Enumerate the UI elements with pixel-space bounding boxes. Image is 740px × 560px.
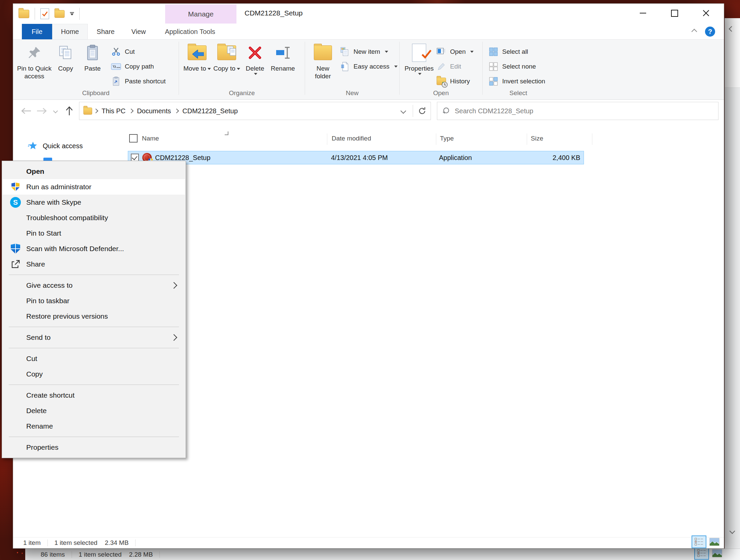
back-button[interactable] <box>18 103 34 119</box>
menu-item-delete[interactable]: Delete <box>3 403 185 418</box>
menu-item-cut-label: Cut <box>26 355 37 363</box>
bg-details-view-button[interactable] <box>694 547 709 560</box>
new-item-icon <box>339 46 350 57</box>
background-expand-ribbon-chevron-icon[interactable] <box>729 26 735 32</box>
delete-button[interactable]: Delete <box>242 40 268 75</box>
menu-item-scan-with-microsoft-defender[interactable]: Scan with Microsoft Defender... <box>3 241 185 256</box>
tab-home[interactable]: Home <box>52 24 88 39</box>
file-date-modified: 4/13/2021 4:05 PM <box>331 154 388 162</box>
qat-properties-button[interactable] <box>40 8 49 19</box>
forward-button[interactable] <box>34 103 49 119</box>
copy-button[interactable]: Copy <box>52 40 79 72</box>
menu-item-send-to[interactable]: Send to <box>3 330 185 345</box>
details-view-button[interactable] <box>692 535 706 548</box>
select-all-checkbox[interactable] <box>129 134 138 143</box>
menu-item-properties[interactable]: Properties <box>3 440 185 455</box>
search-box[interactable] <box>437 102 718 120</box>
breadcrumb-chevron-icon[interactable] <box>94 109 98 113</box>
status-bar: 1 item 1 item selected 2.34 MB <box>13 537 724 548</box>
divider <box>35 8 35 20</box>
menu-item-pin-to-start[interactable]: Pin to Start <box>3 226 185 241</box>
open-button[interactable]: Open <box>436 44 474 59</box>
column-divider[interactable] <box>436 133 436 145</box>
qat-new-folder-button[interactable] <box>54 10 65 18</box>
history-button[interactable]: History <box>436 74 474 89</box>
column-divider[interactable] <box>327 133 327 145</box>
search-input[interactable] <box>454 107 713 115</box>
ribbon-group-organize: Move to Copy to Delete <box>179 40 305 99</box>
up-button[interactable] <box>62 103 77 119</box>
maximize-button[interactable] <box>665 6 684 21</box>
recent-locations-dropdown[interactable] <box>49 103 62 119</box>
menu-item-give-access-to[interactable]: Give access to <box>3 278 185 293</box>
pin-to-quick-access-button[interactable]: Pin to Quick access <box>16 40 52 80</box>
menu-item-give-access-to-label: Give access to <box>26 281 73 289</box>
menu-separator <box>9 385 179 385</box>
menu-item-pin-to-start-label: Pin to Start <box>26 229 61 237</box>
breadcrumb-this-pc[interactable]: This PC <box>98 107 129 115</box>
column-header-type[interactable]: Type <box>440 135 454 142</box>
copy-path-button[interactable]: Copy path <box>111 59 165 74</box>
paste-shortcut-button[interactable]: Paste shortcut <box>111 74 165 89</box>
cut-button[interactable]: Cut <box>111 44 165 59</box>
address-dropdown-chevron-icon[interactable] <box>401 108 406 114</box>
new-item-button[interactable]: New item <box>339 44 398 59</box>
breadcrumb-bar[interactable]: This PC Documents CDM21228_Setup <box>79 102 431 120</box>
new-folder-button[interactable]: New folder <box>308 40 337 80</box>
column-header-size[interactable]: Size <box>531 135 543 142</box>
minimize-button[interactable] <box>633 6 653 21</box>
breadcrumb-chevron-icon[interactable] <box>129 109 134 113</box>
properties-button[interactable]: Properties <box>403 40 435 75</box>
copy-label: Copy <box>58 65 73 72</box>
invert-selection-button[interactable]: Invert selection <box>488 74 545 89</box>
bg-thumbnail-view-button[interactable] <box>710 547 725 560</box>
rename-button[interactable]: Rename <box>268 40 297 72</box>
menu-item-copy[interactable]: Copy <box>3 366 185 382</box>
sidebar-item-quick-access[interactable]: Quick access <box>28 141 83 151</box>
location-folder-icon <box>83 108 92 115</box>
menu-item-rename[interactable]: Rename <box>3 418 185 434</box>
tab-view[interactable]: View <box>123 24 154 39</box>
column-header-name[interactable]: Name <box>142 135 159 142</box>
menu-item-pin-to-taskbar[interactable]: Pin to taskbar <box>3 293 185 309</box>
help-button[interactable] <box>705 27 715 37</box>
breadcrumb-current-folder[interactable]: CDM21228_Setup <box>179 107 241 115</box>
copy-icon <box>58 42 73 63</box>
menu-item-share-with-skype[interactable]: Share with Skype <box>3 195 185 210</box>
breadcrumb-documents[interactable]: Documents <box>134 107 174 115</box>
menu-item-open[interactable]: Open <box>3 164 185 179</box>
column-divider[interactable] <box>527 133 527 145</box>
tab-share[interactable]: Share <box>88 24 123 39</box>
close-button[interactable] <box>696 6 716 21</box>
paste-button[interactable]: Paste <box>79 40 106 72</box>
file-row-selected[interactable]: CDM21228_Setup 4/13/2021 4:05 PM Applica… <box>128 151 584 164</box>
tab-file[interactable]: File <box>22 24 52 39</box>
menu-item-restore-previous-versions[interactable]: Restore previous versions <box>3 309 185 324</box>
customize-quick-access-dropdown[interactable] <box>70 12 74 15</box>
tab-application-tools[interactable]: Application Tools <box>154 24 226 39</box>
easy-access-icon <box>339 61 350 72</box>
menu-item-create-shortcut[interactable]: Create shortcut <box>3 388 185 403</box>
tab-application-tools-label: Application Tools <box>165 28 215 36</box>
move-to-label: Move to <box>183 65 206 72</box>
move-to-button[interactable]: Move to <box>182 40 212 72</box>
select-none-button[interactable]: Select none <box>488 59 545 74</box>
menu-item-troubleshoot-compatibility[interactable]: Troubleshoot compatibility <box>3 210 185 226</box>
breadcrumb-chevron-icon[interactable] <box>174 109 179 113</box>
menu-item-share[interactable]: Share <box>3 256 185 272</box>
thumbnail-view-button[interactable] <box>707 535 722 548</box>
column-header-date-modified[interactable]: Date modified <box>332 135 371 142</box>
contextual-tab-group-manage[interactable]: Manage <box>165 4 236 24</box>
menu-item-cut[interactable]: Cut <box>3 351 185 366</box>
tab-home-label: Home <box>61 28 79 36</box>
collapse-ribbon-chevron-icon[interactable] <box>692 29 697 35</box>
easy-access-button[interactable]: Easy access <box>339 59 398 74</box>
column-divider[interactable] <box>592 133 592 145</box>
menu-item-run-as-administrator[interactable]: Run as administrator <box>3 179 185 195</box>
edit-button[interactable]: Edit <box>436 59 474 74</box>
refresh-icon[interactable] <box>418 107 427 115</box>
copy-to-button[interactable]: Copy to <box>212 40 242 72</box>
background-scrollbar-down-icon[interactable] <box>730 528 735 534</box>
chevron-down-icon <box>394 66 398 68</box>
select-all-button[interactable]: Select all <box>488 44 545 59</box>
